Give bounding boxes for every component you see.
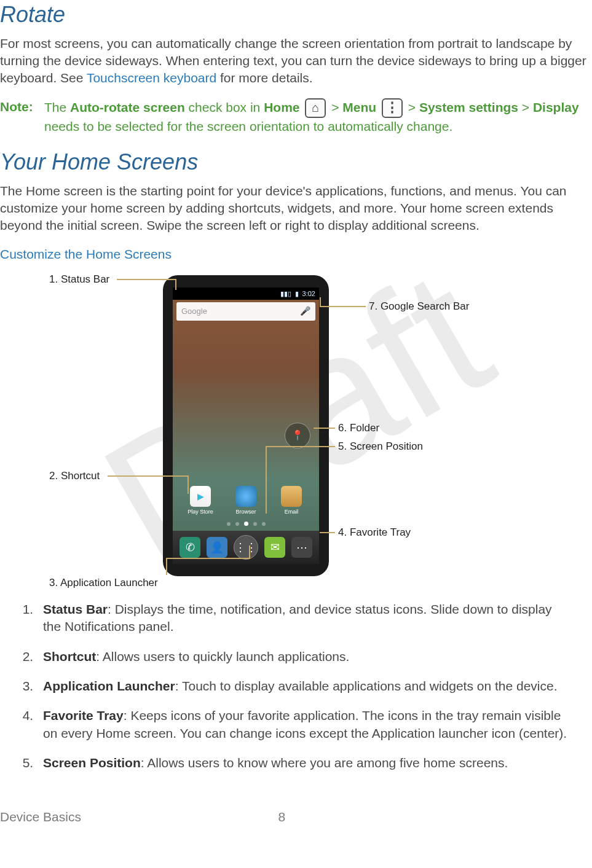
- callout-line: [266, 446, 267, 514]
- page-dot-active: [244, 522, 248, 526]
- footer-chapter: Device Basics: [0, 808, 278, 826]
- phone-mockup: ▮▮▯ ▮ 3:02 Google 🎤 📍 Play Store Browser…: [163, 275, 329, 576]
- home-icon: [305, 98, 326, 118]
- callout-line: [166, 558, 167, 575]
- phone-status-bar: ▮▮▯ ▮ 3:02: [173, 287, 319, 300]
- tray-people-icon: 👤: [207, 537, 227, 558]
- callout-google-search: 7. Google Search Bar: [369, 300, 469, 314]
- shortcut-browser: Browser: [233, 486, 259, 515]
- rotate-paragraph: For most screens, you can automatically …: [0, 35, 592, 87]
- phone-search-text: Google: [181, 306, 207, 317]
- heading-rotate: Rotate: [0, 0, 592, 30]
- callout-line: [175, 279, 176, 290]
- list-item: Shortcut: Allows users to quickly launch…: [37, 648, 592, 665]
- note-label: Note:: [0, 98, 44, 135]
- page-dot: [227, 522, 231, 526]
- page-dot: [262, 522, 266, 526]
- rotate-text-post: for more details.: [216, 71, 312, 85]
- mic-icon: 🎤: [300, 305, 310, 317]
- callout-line: [249, 545, 250, 559]
- list-item: Application Launcher: Touch to display a…: [37, 678, 592, 695]
- phone-folder-icon: 📍: [285, 423, 310, 448]
- list-item: Screen Position: Allows users to know wh…: [37, 754, 592, 772]
- tray-sms-icon: ✉: [264, 537, 285, 558]
- link-customize-home[interactable]: Customize the Home Screens: [0, 246, 592, 263]
- callout-line: [320, 532, 335, 533]
- page-footer: Device Basics 8: [0, 808, 592, 838]
- callout-line: [166, 558, 249, 559]
- page-dot: [235, 522, 239, 526]
- note-body: The Auto-rotate screen check box in Home…: [44, 98, 592, 135]
- shortcut-play-store: Play Store: [187, 486, 213, 515]
- tray-more-icon: ⋯: [291, 537, 312, 558]
- heading-home-screens: Your Home Screens: [0, 147, 592, 178]
- callout-screen-position: 5. Screen Position: [338, 440, 423, 454]
- phone-shortcuts-row: Play Store Browser Email: [173, 483, 319, 518]
- note-block: Note: The Auto-rotate screen check box i…: [0, 98, 592, 135]
- page-dot: [253, 522, 257, 526]
- signal-icon: ▮▮▯: [280, 289, 291, 299]
- callout-line: [266, 446, 335, 447]
- home-screen-figure: ▮▮▯ ▮ 3:02 Google 🎤 📍 Play Store Browser…: [25, 269, 504, 588]
- callout-line: [108, 475, 187, 477]
- callout-line: [320, 306, 366, 307]
- callout-line: [314, 428, 335, 429]
- shortcut-email: Email: [278, 486, 304, 515]
- tray-apps-icon: ⋮⋮: [234, 535, 258, 560]
- callout-app-launcher: 3. Application Launcher: [49, 576, 158, 590]
- callout-descriptions: Status Bar: Displays the time, notificat…: [0, 601, 592, 772]
- battery-icon: ▮: [295, 289, 299, 299]
- phone-time: 3:02: [302, 289, 315, 299]
- list-item: Status Bar: Displays the time, notificat…: [37, 601, 592, 636]
- callout-line: [320, 297, 321, 307]
- callout-status-bar: 1. Status Bar: [49, 273, 109, 287]
- callout-line: [187, 475, 189, 494]
- phone-page-dots: [173, 520, 319, 528]
- menu-icon: [382, 98, 403, 118]
- link-touchscreen-keyboard[interactable]: Touchscreen keyboard: [87, 71, 216, 85]
- callout-shortcut: 2. Shortcut: [49, 469, 100, 483]
- list-item: Favorite Tray: Keeps icons of your favor…: [37, 707, 592, 742]
- home-screens-paragraph: The Home screen is the starting point fo…: [0, 182, 592, 235]
- tray-phone-icon: ✆: [180, 537, 200, 558]
- callout-folder: 6. Folder: [338, 421, 379, 436]
- footer-page-number: 8: [278, 808, 286, 826]
- callout-favorite-tray: 4. Favorite Tray: [338, 526, 411, 540]
- phone-search-bar: Google 🎤: [176, 302, 315, 321]
- callout-line: [117, 279, 175, 280]
